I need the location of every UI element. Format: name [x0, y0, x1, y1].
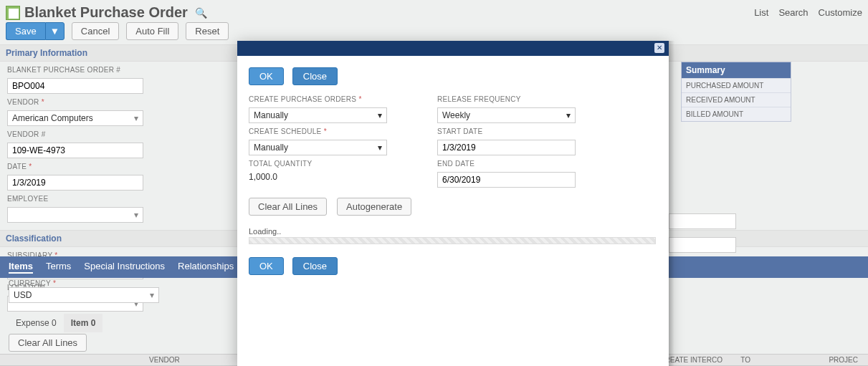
subtab-item[interactable]: Item 0	[64, 314, 103, 332]
schedule-select[interactable]: Manually ▾	[249, 140, 387, 155]
freq-select[interactable]: Weekly ▾	[437, 107, 576, 123]
link-list[interactable]: List	[754, 7, 768, 18]
save-button-split: Save ▼	[6, 22, 65, 40]
cpo-select[interactable]: Manually ▾	[249, 107, 387, 123]
summary-box: Summary PURCHASED AMOUNT RECEIVED AMOUNT…	[681, 62, 791, 122]
top-links: List Search Customize	[754, 7, 862, 18]
date-label: DATE	[7, 163, 143, 170]
tab-special[interactable]: Special Instructions	[84, 261, 165, 274]
total-qty-label: TOTAL QUANTITY	[249, 160, 387, 168]
summary-billed: BILLED AMOUNT	[682, 107, 791, 121]
freq-value: Weekly	[442, 110, 470, 120]
link-customize[interactable]: Customize	[819, 7, 862, 18]
cpo-value: Manually	[254, 110, 288, 120]
schedule-label: CREATE SCHEDULE	[249, 127, 387, 135]
autogenerate-button[interactable]: Autogenerate	[337, 198, 411, 216]
chevron-down-icon: ▾	[378, 143, 382, 153]
save-dropdown-arrow[interactable]: ▼	[45, 22, 65, 40]
autofill-button[interactable]: Auto Fill	[126, 22, 178, 40]
grid-col-vendor: VENDOR	[143, 356, 186, 364]
chevron-down-icon: ▾	[150, 290, 154, 300]
vendor-select-value: American Computers	[12, 113, 93, 123]
modal-shadow	[669, 41, 674, 366]
summary-received: RECEIVED AMOUNT	[682, 92, 791, 107]
schedule-value: Manually	[254, 143, 288, 153]
chevron-down-icon: ▾	[134, 210, 138, 220]
save-button[interactable]: Save	[6, 22, 45, 40]
record-type-icon	[6, 6, 20, 20]
progress-bar	[249, 237, 656, 244]
chevron-down-icon: ▾	[566, 110, 571, 120]
reset-button[interactable]: Reset	[186, 22, 229, 40]
modal-titlebar: ✕	[237, 41, 669, 56]
close-button[interactable]: Close	[292, 67, 338, 85]
page-header: Blanket Purchase Order 🔍 List Search Cus…	[0, 0, 868, 22]
search-icon[interactable]: 🔍	[195, 7, 207, 19]
tab-relationships[interactable]: Relationships	[178, 261, 234, 274]
grid-col-project: PROJEC	[823, 356, 864, 364]
employee-select[interactable]: ▾	[7, 207, 143, 223]
vendor-no-label: VENDOR #	[7, 130, 143, 138]
total-qty-value: 1,000.0	[249, 172, 387, 182]
employee-label: EMPLOYEE	[7, 195, 143, 203]
start-date-label: START DATE	[437, 127, 576, 135]
page-title: Blanket Purchase Order	[24, 4, 188, 21]
clear-all-lines-button[interactable]: Clear All Lines	[9, 334, 87, 352]
close-button-bottom[interactable]: Close	[292, 257, 338, 275]
ok-button[interactable]: OK	[249, 67, 284, 85]
freq-label: RELEASE FREQUENCY	[437, 95, 576, 103]
end-date-input[interactable]	[437, 172, 576, 188]
cpo-label: CREATE PURCHASE ORDERS	[249, 95, 387, 103]
grid-col-to: TO	[735, 356, 756, 364]
chevron-down-icon: ▾	[378, 110, 382, 120]
close-icon[interactable]: ✕	[654, 43, 664, 53]
modal-dialog: ✕ OK Close CREATE PURCHASE ORDERS Manual…	[237, 41, 669, 366]
tab-items[interactable]: Items	[9, 261, 33, 274]
cancel-button[interactable]: Cancel	[72, 22, 119, 40]
chevron-down-icon: ▾	[134, 113, 138, 123]
link-search[interactable]: Search	[778, 7, 808, 18]
subtab-expense[interactable]: Expense 0	[9, 314, 64, 332]
clear-all-lines-modal-button[interactable]: Clear All Lines	[249, 198, 327, 216]
bpo-label: BLANKET PURCHASE ORDER #	[7, 66, 143, 74]
ok-button-bottom[interactable]: OK	[249, 257, 284, 275]
loading-text: Loading..	[249, 227, 657, 236]
vendor-no-input[interactable]	[7, 143, 143, 158]
side-input-1[interactable]	[669, 213, 736, 229]
start-date-input[interactable]	[437, 140, 576, 155]
side-input-2[interactable]	[669, 237, 736, 253]
bpo-input[interactable]	[7, 78, 143, 94]
tab-terms[interactable]: Terms	[46, 261, 71, 274]
date-input[interactable]	[7, 175, 143, 191]
currency-value: USD	[14, 290, 32, 300]
end-date-label: END DATE	[437, 160, 576, 168]
currency-select[interactable]: USD ▾	[9, 287, 159, 303]
vendor-label: VENDOR	[7, 98, 143, 106]
summary-header: Summary	[682, 62, 791, 78]
vendor-select[interactable]: American Computers ▾	[7, 110, 143, 126]
summary-purchased: PURCHASED AMOUNT	[682, 78, 791, 92]
loading-row: Loading..	[249, 227, 657, 244]
